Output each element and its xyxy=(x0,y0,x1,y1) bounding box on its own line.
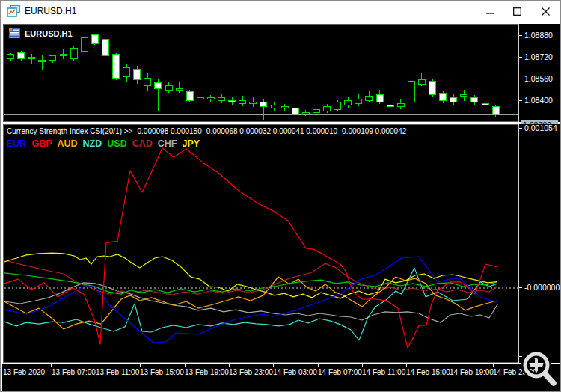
indicator-panel[interactable]: Currency Strength Index CSI(20/1) >> -0.… xyxy=(3,124,518,363)
time-label: 13 Feb 2020 xyxy=(3,368,45,376)
csi-line-nzd xyxy=(4,268,497,340)
minimize-icon xyxy=(486,7,494,16)
indicator-header: Currency Strength Index CSI(20/1) >> -0.… xyxy=(7,127,406,135)
time-tick xyxy=(96,364,96,367)
price-axis[interactable]: 1.08302 1.088801.087201.085601.08400 xyxy=(518,24,560,122)
time-tick xyxy=(185,364,186,367)
price-tick-label: 1.08880 xyxy=(524,31,553,40)
price-tick-dash xyxy=(519,79,522,79)
indicator-tick-dash xyxy=(519,287,522,288)
legend-gbp: GBP xyxy=(31,138,52,149)
titlebar[interactable]: EURUSD,H1 xyxy=(1,1,560,22)
legend-cad: CAD xyxy=(132,138,153,149)
price-tick-label: 1.08560 xyxy=(524,74,553,83)
price-tick-label: 1.08400 xyxy=(524,96,553,105)
time-tick xyxy=(229,364,230,367)
time-label: 13 Feb 11:00 xyxy=(96,368,139,376)
price-tick-dash xyxy=(519,57,522,58)
legend-aud: AUD xyxy=(58,138,78,149)
time-label: 13 Feb 23:00 xyxy=(229,368,273,376)
chart-client-area: EURUSD,H1 1.08302 1.088801.087201.085601… xyxy=(2,22,560,391)
time-tick xyxy=(406,364,407,367)
indicator-tick-label: -0.000000 xyxy=(524,283,560,292)
legend-nzd: NZD xyxy=(83,138,102,149)
legend-chf: CHF xyxy=(158,138,177,149)
time-label: 13 Feb 07:00 xyxy=(52,368,96,376)
time-axis[interactable]: 13 Feb 202013 Feb 07:0013 Feb 11:0013 Fe… xyxy=(2,364,560,392)
indicator-tick-dash xyxy=(519,128,522,129)
time-label: 14 Feb 15:00 xyxy=(406,368,450,376)
time-label: 13 Feb 15:00 xyxy=(140,368,184,376)
legend-eur: EUR xyxy=(7,138,26,149)
maximize-button[interactable] xyxy=(503,1,530,22)
time-tick xyxy=(450,364,450,367)
symbol-chart-icon xyxy=(9,28,20,38)
window-chart-icon[interactable] xyxy=(7,5,20,17)
csi-line-eur xyxy=(4,257,497,343)
time-tick xyxy=(362,364,363,367)
chart-symbol-label: EURUSD,H1 xyxy=(25,29,73,38)
time-tick xyxy=(51,364,52,367)
mt4-chart-window: EURUSD,H1 EURUSD,H1 xyxy=(0,0,561,392)
indicator-tick-label: 0.001054 xyxy=(524,123,557,132)
csi-line-gbp xyxy=(4,148,497,348)
minimize-button[interactable] xyxy=(476,1,503,22)
csi-lines-canvas[interactable] xyxy=(4,125,518,362)
price-tick-dash xyxy=(519,100,522,101)
legend-usd: USD xyxy=(107,138,126,149)
close-icon xyxy=(542,7,550,16)
price-chart-panel[interactable]: EURUSD,H1 xyxy=(3,24,518,122)
zoom-magnifier-icon xyxy=(519,349,561,392)
close-button[interactable] xyxy=(532,1,559,22)
time-tick xyxy=(318,364,319,367)
time-label: 14 Feb 11:00 xyxy=(362,368,405,376)
time-label: 14 Feb 03:00 xyxy=(273,368,317,376)
time-label: 14 Feb 19:00 xyxy=(450,368,494,376)
price-tick-dash xyxy=(519,35,522,36)
candlestick-canvas[interactable] xyxy=(4,25,518,121)
time-label: 13 Feb 19:00 xyxy=(185,368,229,376)
window-title: EURUSD,H1 xyxy=(25,6,76,16)
indicator-axis[interactable]: 0.001054-0.000000-0.0 xyxy=(518,124,560,363)
time-tick xyxy=(140,364,141,367)
time-tick xyxy=(273,364,274,367)
price-tick-label: 1.08720 xyxy=(524,52,553,61)
time-tick xyxy=(493,364,494,367)
legend-jpy: JPY xyxy=(183,138,200,149)
maximize-icon xyxy=(513,7,521,16)
indicator-legend: EURGBPAUDNZDUSDCADCHFJPY xyxy=(7,136,205,150)
time-label: 14 Feb 07:00 xyxy=(318,368,362,376)
